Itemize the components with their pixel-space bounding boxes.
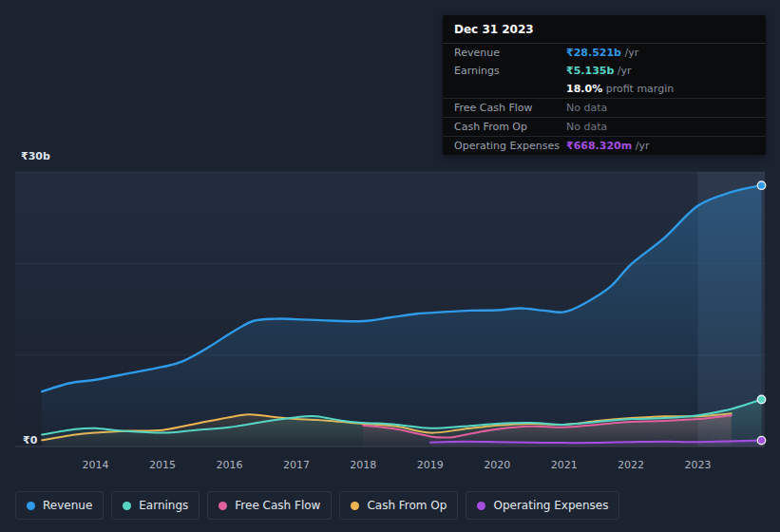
legend-item-earnings[interactable]: Earnings — [111, 491, 200, 520]
chart-tooltip: Dec 31 2023 Revenue ₹28.521b /yr Earning… — [443, 15, 766, 155]
x-axis-tick-label: 2014 — [83, 459, 109, 471]
tooltip-label: Cash From Op — [454, 121, 566, 133]
tooltip-value: 18.0% profit margin — [566, 83, 674, 95]
tooltip-row-revenue: Revenue ₹28.521b /yr — [443, 44, 766, 62]
legend-item-label: Operating Expenses — [493, 499, 608, 512]
series-end-dot-operating-expenses — [757, 436, 765, 444]
tooltip-label: Operating Expenses — [454, 140, 566, 152]
earnings-dot-icon — [123, 502, 131, 510]
x-axis-tick-label: 2017 — [283, 459, 310, 471]
tooltip-value: No data — [566, 102, 607, 114]
x-axis-tick-label: 2020 — [484, 459, 510, 471]
legend-item-revenue[interactable]: Revenue — [15, 491, 104, 520]
legend-item-cash-from-op[interactable]: Cash From Op — [339, 491, 458, 520]
legend-item-label: Revenue — [43, 499, 92, 512]
cash-from-op-dot-icon — [351, 502, 359, 510]
earnings-revenue-history-panel: ₹30b ₹0 20142015201620172018201920202021… — [0, 0, 780, 532]
legend-item-operating-expenses[interactable]: Operating Expenses — [466, 491, 619, 520]
tooltip-row-profit-margin: 18.0% profit margin — [443, 80, 766, 98]
tooltip-value: ₹5.135b /yr — [566, 65, 632, 77]
legend-item-label: Free Cash Flow — [235, 499, 320, 512]
x-axis-tick-label: 2022 — [618, 459, 644, 471]
legend-item-label: Earnings — [139, 499, 188, 512]
tooltip-row-cash-from-op: Cash From Op No data — [443, 117, 766, 136]
tooltip-row-earnings: Earnings ₹5.135b /yr — [443, 62, 766, 80]
x-axis-tick-label: 2016 — [216, 459, 242, 471]
series-end-dot-earnings — [757, 395, 765, 403]
tooltip-label: Earnings — [454, 65, 566, 77]
operating-expenses-dot-icon — [477, 502, 485, 510]
tooltip-row-free-cash-flow: Free Cash Flow No data — [443, 98, 766, 117]
series-end-dot-revenue — [757, 181, 765, 189]
tooltip-date: Dec 31 2023 — [443, 15, 766, 44]
legend-item-free-cash-flow[interactable]: Free Cash Flow — [207, 491, 332, 520]
x-axis-tick-label: 2021 — [551, 459, 578, 471]
tooltip-value: ₹28.521b /yr — [566, 47, 638, 59]
tooltip-label: Revenue — [454, 47, 566, 59]
tooltip-value: ₹668.320m /yr — [566, 140, 649, 152]
chart-legend: Revenue Earnings Free Cash Flow Cash Fro… — [15, 491, 619, 520]
x-axis-tick-label: 2019 — [417, 459, 444, 471]
legend-item-label: Cash From Op — [367, 499, 447, 512]
tooltip-row-operating-expenses: Operating Expenses ₹668.320m /yr — [443, 136, 766, 155]
revenue-dot-icon — [27, 502, 35, 510]
x-axis-tick-label: 2023 — [685, 459, 712, 471]
x-axis-tick-label: 2015 — [149, 459, 176, 471]
free-cash-flow-dot-icon — [219, 502, 227, 510]
x-axis-tick-label: 2018 — [350, 459, 376, 471]
tooltip-label: Free Cash Flow — [454, 102, 566, 114]
tooltip-value: No data — [566, 121, 607, 133]
